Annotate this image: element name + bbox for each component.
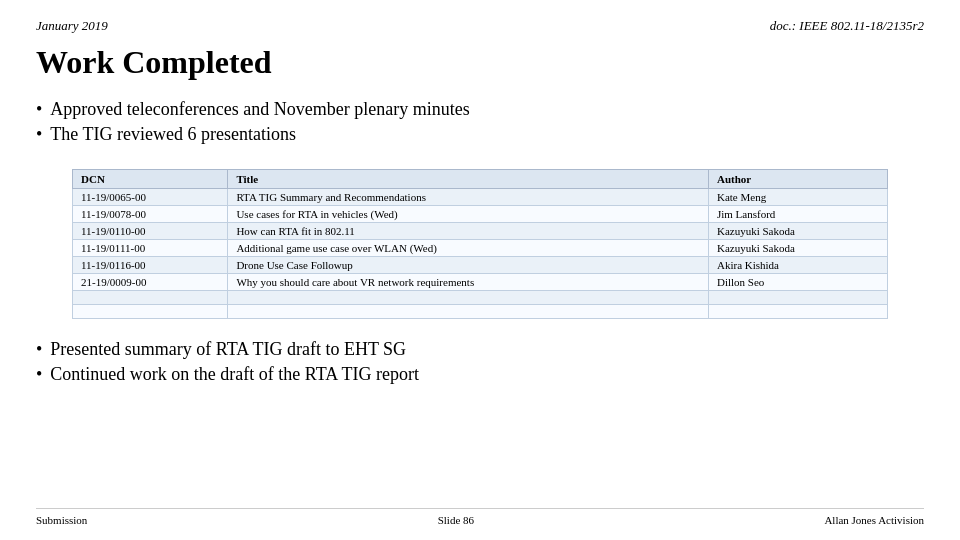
page-title: Work Completed [36,44,924,81]
table-row: 11-19/0110-00How can RTA fit in 802.11Ka… [73,223,888,240]
table-cell: Drone Use Case Followup [228,257,709,274]
table-cell: Akira Kishida [708,257,887,274]
header-doc: doc.: IEEE 802.11-18/2135r2 [770,18,924,34]
top-bullets: Approved teleconferences and November pl… [36,99,924,149]
table-cell: 11-19/0116-00 [73,257,228,274]
table-cell: Kate Meng [708,189,887,206]
presentations-table: DCN Title Author 11-19/0065-00RTA TIG Su… [72,169,888,319]
bottom-bullets: Presented summary of RTA TIG draft to EH… [36,339,924,389]
footer: Submission Slide 86 Allan Jones Activisi… [36,508,924,526]
bullet-2: The TIG reviewed 6 presentations [36,124,924,145]
table-cell: 11-19/0065-00 [73,189,228,206]
bullet-3: Presented summary of RTA TIG draft to EH… [36,339,924,360]
table-cell: Why you should care about VR network req… [228,274,709,291]
table-cell: Use cases for RTA in vehicles (Wed) [228,206,709,223]
footer-submission: Submission [36,514,87,526]
table-row: 11-19/0078-00Use cases for RTA in vehicl… [73,206,888,223]
page: January 2019 doc.: IEEE 802.11-18/2135r2… [0,0,960,540]
bullet-1: Approved teleconferences and November pl… [36,99,924,120]
table-cell: Dillon Seo [708,274,887,291]
table-header-row: DCN Title Author [73,170,888,189]
table-cell: How can RTA fit in 802.11 [228,223,709,240]
bullet-4: Continued work on the draft of the RTA T… [36,364,924,385]
table-cell: Kazuyuki Sakoda [708,240,887,257]
table-row: 11-19/0116-00Drone Use Case FollowupAkir… [73,257,888,274]
table-cell: 11-19/0110-00 [73,223,228,240]
table-cell: Additional game use case over WLAN (Wed) [228,240,709,257]
table-row-empty [73,291,888,305]
table-cell: 11-19/0111-00 [73,240,228,257]
col-title: Title [228,170,709,189]
header-date: January 2019 [36,18,108,34]
header: January 2019 doc.: IEEE 802.11-18/2135r2 [36,18,924,34]
table-cell: RTA TIG Summary and Recommendations [228,189,709,206]
table-row-empty [73,305,888,319]
footer-author: Allan Jones Activision [824,514,924,526]
table-row: 21-19/0009-00Why you should care about V… [73,274,888,291]
col-author: Author [708,170,887,189]
table-row: 11-19/0065-00RTA TIG Summary and Recomme… [73,189,888,206]
footer-slide: Slide 86 [438,514,474,526]
col-dcn: DCN [73,170,228,189]
table-cell: Kazuyuki Sakoda [708,223,887,240]
presentations-table-container: DCN Title Author 11-19/0065-00RTA TIG Su… [72,169,888,319]
table-cell: Jim Lansford [708,206,887,223]
table-cell: 21-19/0009-00 [73,274,228,291]
table-row: 11-19/0111-00Additional game use case ov… [73,240,888,257]
table-cell: 11-19/0078-00 [73,206,228,223]
